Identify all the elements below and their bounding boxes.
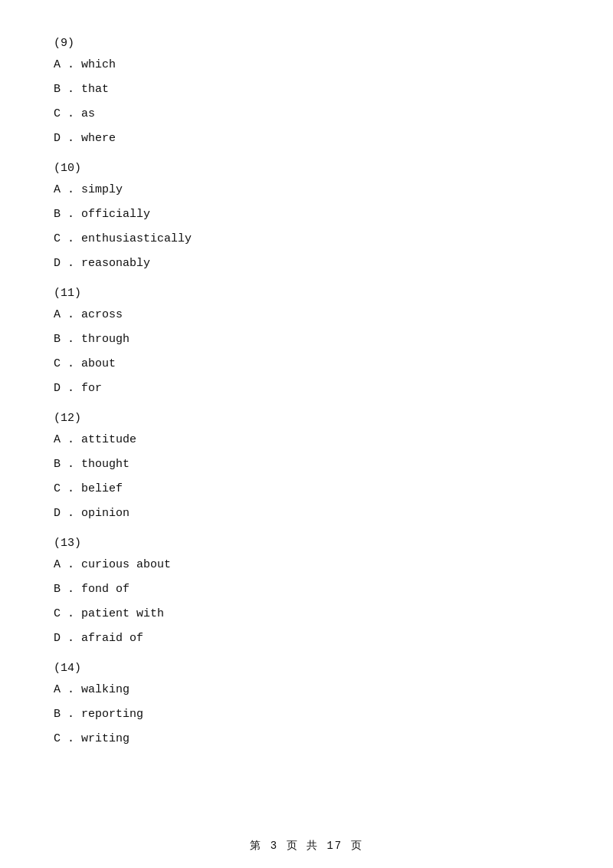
option-5-2[interactable]: C . writing: [54, 730, 559, 748]
question-number-1: (10): [54, 162, 559, 175]
option-1-0[interactable]: A . simply: [54, 181, 559, 199]
option-5-1[interactable]: B . reporting: [54, 705, 559, 724]
option-2-1[interactable]: B . through: [54, 330, 559, 349]
option-1-2[interactable]: C . enthusiastically: [54, 230, 559, 248]
option-4-0[interactable]: A . curious about: [54, 556, 559, 574]
option-2-0[interactable]: A . across: [54, 306, 559, 324]
page-footer: 第 3 页 共 17 页: [0, 839, 613, 853]
option-0-0[interactable]: A . which: [54, 56, 559, 74]
question-number-5: (14): [54, 662, 559, 675]
question-number-0: (9): [54, 37, 559, 50]
option-3-2[interactable]: C . belief: [54, 480, 559, 498]
option-1-3[interactable]: D . reasonably: [54, 255, 559, 273]
main-content: (9)A . whichB . thatC . asD . where(10)A…: [0, 0, 613, 801]
option-3-3[interactable]: D . opinion: [54, 505, 559, 523]
option-3-1[interactable]: B . thought: [54, 455, 559, 474]
option-4-3[interactable]: D . afraid of: [54, 630, 559, 648]
option-2-2[interactable]: C . about: [54, 355, 559, 373]
option-1-1[interactable]: B . officially: [54, 205, 559, 224]
option-4-2[interactable]: C . patient with: [54, 605, 559, 623]
option-0-2[interactable]: C . as: [54, 105, 559, 123]
option-3-0[interactable]: A . attitude: [54, 431, 559, 449]
question-number-4: (13): [54, 537, 559, 550]
option-0-1[interactable]: B . that: [54, 81, 559, 99]
option-4-1[interactable]: B . fond of: [54, 580, 559, 599]
option-5-0[interactable]: A . walking: [54, 681, 559, 699]
question-number-2: (11): [54, 287, 559, 300]
option-0-3[interactable]: D . where: [54, 130, 559, 148]
question-number-3: (12): [54, 412, 559, 425]
footer-text: 第 3 页 共 17 页: [250, 840, 362, 852]
option-2-3[interactable]: D . for: [54, 380, 559, 398]
